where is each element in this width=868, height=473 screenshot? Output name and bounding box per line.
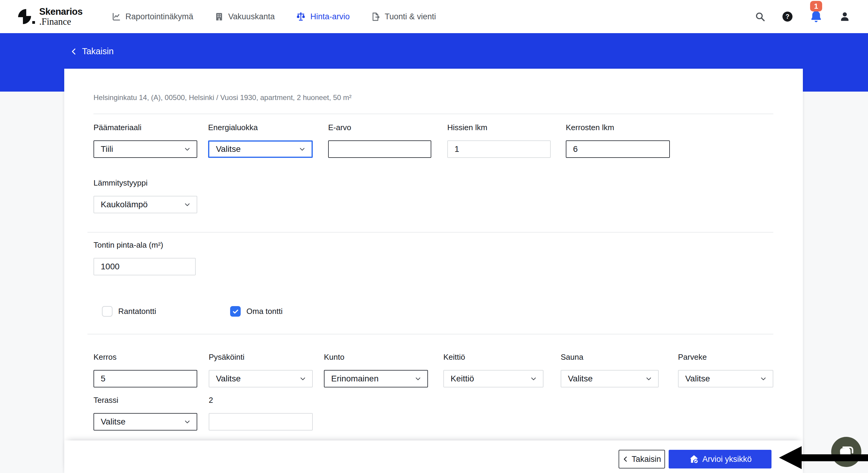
field-label: Energialuokka [208, 123, 313, 133]
field-label: Kerros [93, 352, 197, 362]
field-energialuokka: Energialuokka Valitse [208, 123, 313, 158]
field-label: Lämmitystyyppi [93, 178, 197, 188]
line-chart-icon [112, 12, 121, 22]
brand-text: Skenarios .Finance [39, 7, 83, 26]
footer-back-button[interactable]: Takaisin [619, 450, 665, 469]
chat-widget-button[interactable] [831, 437, 861, 467]
arvioi-yksikko-button[interactable]: Arvioi yksikkö [669, 450, 772, 469]
pysakointi-select[interactable]: Valitse [209, 370, 313, 387]
rantatontti-checkbox[interactable] [102, 306, 113, 317]
nav-label: Vakuuskanta [228, 12, 275, 22]
field-label: Kerrosten lkm [566, 123, 670, 133]
field-label: Parveke [678, 352, 773, 362]
footer-back-label: Takaisin [631, 454, 661, 464]
sauna-select[interactable]: Valitse [561, 370, 659, 387]
kerrosten-lkm-input[interactable] [566, 140, 670, 158]
nav-item-tuonti-vienti[interactable]: Tuonti & vienti [371, 12, 436, 22]
terassi-select[interactable]: Valitse [93, 413, 197, 431]
building-icon [214, 12, 224, 22]
user-account-icon[interactable] [839, 11, 850, 22]
brand-line1: Skenarios [39, 7, 83, 16]
energialuokka-select[interactable]: Valitse [208, 140, 313, 158]
chevron-down-icon [415, 375, 421, 382]
field-label: Terassi [93, 396, 197, 405]
keittio-select[interactable]: Keittiö [443, 370, 544, 387]
top-navbar: Skenarios .Finance Raportointinäkymä [0, 0, 868, 33]
chevron-down-icon [184, 146, 191, 153]
field-hissien-lkm: Hissien lkm [447, 123, 551, 158]
field-tontin-pinta-ala: Tontin pinta-ala (m²) [93, 240, 196, 275]
divider [93, 113, 773, 114]
divider [88, 232, 773, 233]
form-footer: Takaisin Arvioi yksikkö [64, 440, 803, 473]
paamateriaali-select[interactable]: Tiili [93, 140, 197, 158]
field-keittio: Keittiö Keittiö [443, 352, 544, 387]
field-paamateriaali: Päämateriaali Tiili [93, 123, 197, 158]
field-label: Päämateriaali [93, 123, 197, 133]
field-label: Kunto [324, 352, 428, 362]
rantatontti-checkbox-row: Rantatontti [102, 306, 156, 317]
field-2-input[interactable] [209, 413, 313, 431]
nav-label: Tuonti & vienti [384, 12, 436, 22]
field-parveke: Parveke Valitse [678, 352, 773, 387]
house-check-icon [688, 454, 700, 465]
oma-tontti-checkbox-row: Oma tontti [230, 306, 283, 317]
e-arvo-input[interactable] [328, 140, 431, 158]
checkbox-label: Oma tontti [246, 307, 283, 316]
oma-tontti-checkbox[interactable] [230, 306, 241, 317]
nav-label: Raportointinäkymä [125, 12, 193, 22]
field-sauna: Sauna Valitse [561, 352, 659, 387]
checkbox-label: Rantatontti [118, 307, 156, 316]
chevron-left-icon [622, 455, 628, 463]
check-icon [232, 308, 239, 315]
field-label: Keittiö [443, 352, 544, 362]
back-link[interactable]: Takaisin [70, 46, 114, 56]
chevron-down-icon [184, 418, 191, 425]
hissien-lkm-input[interactable] [447, 140, 551, 158]
field-label: E-arvo [328, 123, 431, 133]
help-icon[interactable]: ? [782, 11, 793, 22]
field-terassi: Terassi Valitse [93, 396, 197, 431]
field-2: 2 [209, 396, 313, 431]
brand-logo[interactable]: Skenarios .Finance [18, 7, 83, 26]
field-label: Sauna [561, 352, 659, 362]
chevron-down-icon [299, 146, 306, 153]
search-icon[interactable] [754, 11, 766, 22]
brand-mark-icon [18, 8, 34, 25]
field-label: Tontin pinta-ala (m²) [93, 240, 196, 250]
nav-item-hinta-arvio[interactable]: Hinta-arvio [296, 12, 350, 22]
chevron-left-icon [70, 47, 78, 56]
notification-badge: 1 [810, 1, 822, 11]
svg-text:?: ? [785, 13, 789, 20]
field-e-arvo: E-arvo [328, 123, 431, 158]
field-lammitystyyppi: Lämmitystyyppi Kaukolämpö [93, 178, 197, 213]
app-root: Skenarios .Finance Raportointinäkymä [0, 0, 868, 473]
field-kunto: Kunto Erinomainen [324, 352, 428, 387]
field-kerrosten-lkm: Kerrosten lkm [566, 123, 670, 158]
main-nav: Raportointinäkymä Vakuuskanta [112, 12, 436, 22]
kunto-select[interactable]: Erinomainen [324, 370, 428, 387]
submit-label: Arvioi yksikkö [703, 454, 752, 464]
notifications-bell-icon[interactable]: 1 [809, 10, 823, 23]
topbar-actions: ? 1 [754, 10, 850, 23]
field-label: 2 [209, 396, 313, 405]
valuation-form-card: Helsinginkatu 14, (A), 00500, Helsinki /… [64, 69, 803, 473]
field-label: Pysäköinti [209, 352, 313, 362]
brand-line2: .Finance [39, 17, 83, 26]
field-kerros: Kerros [93, 352, 197, 387]
nav-item-vakuuskanta[interactable]: Vakuuskanta [214, 12, 275, 22]
chevron-down-icon [760, 375, 767, 382]
nav-item-raportointinakyma[interactable]: Raportointinäkymä [112, 12, 193, 22]
chat-bubble-icon [837, 443, 856, 461]
property-summary: Helsinginkatu 14, (A), 00500, Helsinki /… [93, 93, 352, 102]
kerros-input[interactable] [93, 370, 197, 387]
parveke-select[interactable]: Valitse [678, 370, 773, 387]
tontin-pinta-ala-input[interactable] [93, 258, 196, 275]
scales-icon [296, 12, 306, 22]
field-pysakointi: Pysäköinti Valitse [209, 352, 313, 387]
export-icon [371, 12, 380, 22]
field-label: Hissien lkm [447, 123, 551, 133]
chevron-down-icon [530, 375, 537, 382]
chevron-down-icon [184, 201, 191, 208]
lammitystyyppi-select[interactable]: Kaukolämpö [93, 196, 197, 213]
